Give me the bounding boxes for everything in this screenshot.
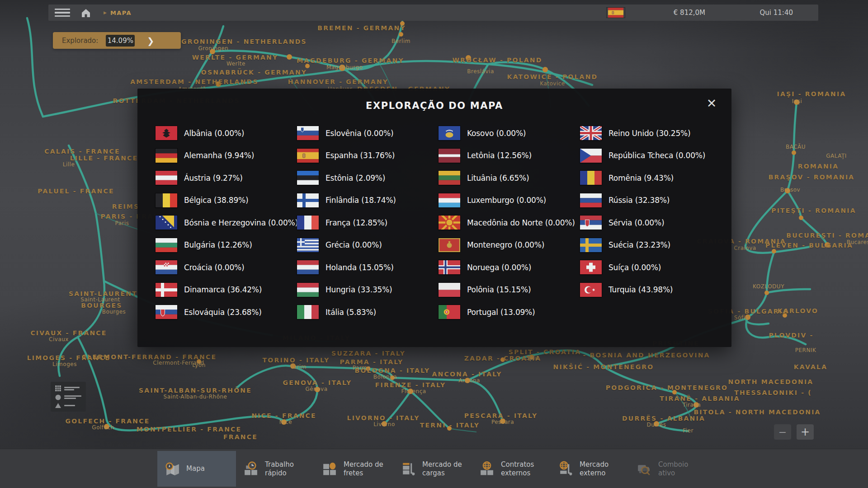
explored-badge[interactable]: Explorado: 14.09% ❯ (53, 32, 181, 49)
external-market-icon (557, 460, 574, 477)
country-label: Grécia (0.00%) (326, 240, 382, 249)
map-icon (164, 460, 180, 477)
country-row: Lituânia (6.65%) (439, 171, 580, 185)
country-label: Polônia (15.15%) (467, 285, 531, 294)
country-flag (156, 193, 177, 207)
country-row: Polônia (15.15%) (439, 283, 580, 297)
country-label: Sérvia (0.00%) (609, 218, 664, 227)
country-flag (439, 283, 460, 297)
country-label: Kosovo (0.00%) (467, 129, 526, 138)
map-legend-panel[interactable] (51, 382, 86, 412)
expand-chevron-icon[interactable]: ❯ (147, 36, 154, 46)
country-label: Croácia (0.00%) (184, 263, 244, 272)
country-row: Eslováquia (23.68%) (156, 305, 297, 319)
map-exploration-dialog: EXPLORAÇÃO DO MAPA ✕ Albânia (0.00%)Alem… (137, 89, 731, 347)
country-row: Grécia (0.00%) (297, 238, 439, 252)
country-row: Macedônia do Norte (0.00%) (439, 216, 580, 230)
country-row: Bélgica (38.89%) (156, 193, 297, 207)
nav-item-external-market[interactable]: Mercado externo (551, 451, 629, 487)
nav-item-label: Comboio ativo (658, 460, 703, 478)
country-row: Estônia (2.09%) (297, 171, 439, 185)
country-flag (297, 238, 319, 252)
country-flag (297, 305, 319, 319)
country-flag (297, 193, 319, 207)
country-label: Rússia (32.38%) (609, 196, 670, 205)
country-row: Suécia (23.23%) (580, 238, 722, 252)
country-flag (439, 305, 460, 319)
country-label: Suécia (23.23%) (609, 240, 670, 249)
grid-icon (55, 385, 61, 391)
country-label: Dinamarca (36.42%) (184, 285, 262, 294)
country-flag (156, 238, 177, 252)
country-row: França (12.85%) (297, 216, 439, 230)
country-row: Alemanha (9.94%) (156, 149, 297, 163)
explored-label: Explorado: (62, 37, 98, 45)
home-icon[interactable] (80, 7, 92, 18)
country-flag (439, 216, 460, 230)
country-row: Eslovênia (0.00%) (297, 126, 439, 140)
country-flag (439, 171, 460, 185)
country-label: Itália (5.83%) (326, 308, 376, 317)
country-label: Holanda (15.05%) (326, 263, 394, 272)
game-time: Qui 11:40 (760, 9, 793, 17)
nav-item-label: Contratos externos (501, 460, 545, 478)
country-label: Finlândia (18.74%) (326, 196, 396, 205)
money-balance: € 812,0M (674, 9, 705, 17)
country-flag (580, 171, 602, 185)
country-row: Noruega (0.00%) (439, 260, 580, 274)
country-label: Eslováquia (23.68%) (184, 308, 262, 317)
country-label: Reino Unido (30.25%) (609, 129, 690, 138)
nav-item-cargo-market[interactable]: Mercado de cargas (393, 451, 472, 487)
country-flag (580, 149, 602, 163)
country-label: França (12.85%) (326, 218, 387, 227)
country-label: Macedônia do Norte (0.00%) (467, 218, 575, 227)
country-label: Noruega (0.00%) (467, 263, 531, 272)
nav-item-label: Trabalho rápido (265, 460, 309, 478)
external-contracts-icon (478, 460, 495, 477)
country-label: Montenegro (0.00%) (467, 240, 544, 249)
nav-item-quick-job[interactable]: Trabalho rápido (236, 451, 315, 487)
country-row: Rússia (32.38%) (580, 193, 722, 207)
nav-item-map[interactable]: Mapa (157, 451, 236, 487)
close-icon[interactable]: ✕ (702, 93, 722, 113)
nav-item-active-convoy: Comboio ativo (629, 451, 708, 487)
breadcrumb-chevron-icon: ▶ (104, 10, 107, 15)
country-row: Bósnia e Herzegovina (0.00%) (156, 216, 297, 230)
nav-item-label: Mercado externo (580, 460, 624, 478)
cargo-market-icon (400, 460, 416, 477)
country-row: Croácia (0.00%) (156, 260, 297, 274)
country-flag (439, 193, 460, 207)
country-row: Albânia (0.00%) (156, 126, 297, 140)
bottom-nav-bar: MapaTrabalho rápidoMercado de fretesMerc… (0, 449, 868, 488)
country-row: Luxemburgo (0.00%) (439, 193, 580, 207)
player-country-flag[interactable] (607, 8, 625, 18)
country-flag (580, 126, 602, 140)
country-flag (580, 260, 602, 274)
country-label: República Tcheca (0.00%) (609, 151, 705, 160)
top-bar: ▶ MAPA € 812,0M Qui 11:40 (48, 5, 818, 21)
country-flag (156, 305, 177, 319)
zoom-in-button[interactable]: + (797, 424, 814, 440)
country-flag (580, 193, 602, 207)
country-row: Kosovo (0.00%) (439, 126, 580, 140)
triangle-icon (55, 403, 61, 408)
country-flag (580, 216, 602, 230)
country-flag (156, 283, 177, 297)
country-label: Espanha (31.76%) (326, 151, 395, 160)
country-flag (439, 260, 460, 274)
legend-row-city (55, 394, 81, 400)
country-label: Romênia (9.43%) (609, 174, 674, 183)
country-flag (297, 171, 319, 185)
nav-item-external-contracts[interactable]: Contratos externos (472, 451, 551, 487)
menu-icon[interactable] (55, 9, 70, 17)
country-flag (156, 260, 177, 274)
nav-item-freight-market[interactable]: Mercado de fretes (315, 451, 393, 487)
country-row: República Tcheca (0.00%) (580, 149, 722, 163)
country-row: Reino Unido (30.25%) (580, 126, 722, 140)
country-row: Suíça (0.00%) (580, 260, 722, 274)
country-label: Hungria (33.35%) (326, 285, 392, 294)
country-flag (439, 126, 460, 140)
country-row: Dinamarca (36.42%) (156, 283, 297, 297)
zoom-out-button[interactable]: − (774, 424, 791, 440)
country-label: Eslovênia (0.00%) (326, 129, 393, 138)
